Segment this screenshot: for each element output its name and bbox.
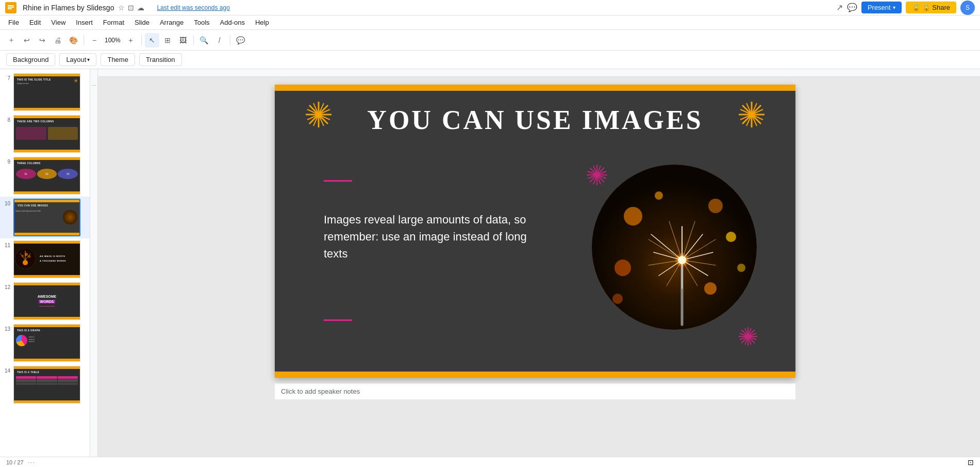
canvas-area: │	[90, 69, 980, 457]
menu-insert[interactable]: Insert	[72, 18, 97, 27]
slide-num-14: 14	[3, 368, 10, 374]
slide-num-9: 9	[3, 159, 10, 165]
zoom-out-button[interactable]: −	[87, 33, 102, 47]
slide-item-9[interactable]: 9 THREE COLUMNS 01 02 03	[0, 155, 90, 197]
slide-title[interactable]: YOU CAN USE IMAGES	[337, 105, 734, 135]
toolbar: ＋ ↩ ↪ 🖨 🎨 − 100% + ↖ ⊞ 🖼 🔍 / 💬	[0, 30, 980, 51]
menu-edit[interactable]: Edit	[25, 18, 45, 27]
svg-point-5	[23, 260, 28, 265]
menu-tools[interactable]: Tools	[190, 18, 213, 27]
toolbar-sep-4	[230, 35, 230, 45]
slide-num-11: 11	[3, 243, 10, 248]
lock-icon: 🔒	[912, 4, 920, 11]
slide-item-12[interactable]: 12 AWESOMEWORDS	[0, 280, 90, 322]
slide-bottom-bar	[275, 372, 795, 378]
layout-button[interactable]: Layout ▾	[59, 53, 96, 66]
svg-point-50	[655, 191, 663, 200]
svg-point-45	[624, 207, 642, 226]
svg-point-46	[708, 199, 723, 213]
comment-tool[interactable]: 💬	[234, 33, 248, 47]
search-tool[interactable]: 🔍	[197, 33, 211, 47]
slide-num-8: 8	[3, 117, 10, 123]
slide-thumb-7: THIS IS THE SLIDE TITLE Sample text here…	[13, 73, 80, 111]
transition-button[interactable]: Transition	[139, 53, 182, 66]
toolbar-sep-2	[141, 35, 142, 45]
title-area: Rhine in Flames by Slidesgo ☆ ⊡ ☁ Last e…	[23, 4, 830, 12]
svg-point-48	[614, 260, 631, 276]
image-tool[interactable]: 🖼	[176, 33, 190, 47]
zoom-fit-button[interactable]: ⊡	[968, 458, 974, 466]
cloud-icon[interactable]: ☁	[137, 4, 144, 12]
share-button[interactable]: 🔒 🔒 Share	[906, 2, 956, 13]
slide-item-8[interactable]: 8 THESE ARE TWO COLUMNS	[0, 113, 90, 155]
speaker-notes[interactable]: Click to add speaker notes	[275, 383, 795, 399]
undo-button[interactable]: ↩	[20, 33, 34, 47]
menu-bar: File Edit View Insert Format Slide Arran…	[0, 15, 980, 30]
menu-view[interactable]: View	[47, 18, 70, 27]
app-icon	[5, 2, 16, 13]
star-left-decoration	[303, 99, 334, 136]
folder-icon[interactable]: ⊡	[128, 4, 134, 12]
slide-indicator: 10 / 27	[6, 459, 24, 465]
document-title: Rhine in Flames by Slidesgo	[23, 4, 114, 12]
select-tool[interactable]: ↖	[145, 33, 159, 47]
slide-thumb-9: THREE COLUMNS 01 02 03	[13, 157, 80, 195]
trending-icon[interactable]: ↗	[836, 3, 843, 12]
slide-body-text[interactable]: Images reveal large amounts of data, so …	[324, 211, 530, 262]
layout-chevron-icon: ▾	[87, 57, 90, 62]
edit-status[interactable]: Last edit was seconds ago	[157, 4, 229, 11]
menu-file[interactable]: File	[4, 18, 23, 27]
layout-tool[interactable]: ⊞	[160, 33, 175, 47]
svg-point-49	[704, 282, 717, 295]
comments-icon[interactable]: 💬	[847, 3, 857, 12]
left-ruler: │	[90, 69, 98, 457]
slide-thumb-14: THIS IS A TABLE	[13, 366, 80, 404]
bottom-bar: 10 / 27 ··· ⊡	[0, 457, 980, 467]
svg-rect-3	[8, 8, 12, 9]
redo-button[interactable]: ↪	[35, 33, 49, 47]
present-button[interactable]: Present ▾	[861, 2, 902, 13]
title-bar: Rhine in Flames by Slidesgo ☆ ⊡ ☁ Last e…	[0, 0, 980, 15]
slide-item-11[interactable]: 11	[0, 238, 90, 280]
svg-point-51	[737, 264, 745, 272]
slide-thumb-8: THESE ARE TWO COLUMNS	[13, 115, 80, 153]
background-button[interactable]: Background	[6, 53, 55, 66]
slide-num-12: 12	[3, 284, 10, 290]
current-slide[interactable]: YOU CAN USE IMAGES	[275, 85, 795, 378]
slide-item-7[interactable]: 7 THIS IS THE SLIDE TITLE Sample text he…	[0, 71, 90, 113]
slide-image-circle[interactable]	[592, 165, 757, 330]
header-right: ↗ 💬 Present ▾ 🔒 🔒 Share S	[836, 1, 975, 15]
svg-point-10	[22, 255, 24, 257]
svg-point-9	[25, 253, 28, 256]
svg-point-52	[612, 294, 623, 304]
share-label: 🔒 Share	[922, 4, 950, 11]
menu-slide[interactable]: Slide	[130, 18, 154, 27]
menu-help[interactable]: Help	[251, 18, 273, 27]
toolbar-sep-1	[84, 35, 84, 45]
add-slide-button[interactable]: ＋	[4, 33, 19, 47]
svg-rect-2	[8, 7, 14, 8]
menu-format[interactable]: Format	[99, 18, 128, 27]
slide-item-14[interactable]: 14 THIS IS A TABLE	[0, 364, 90, 406]
print-button[interactable]: 🖨	[51, 33, 65, 47]
slide-top-bar	[275, 85, 795, 91]
pink-line-top	[324, 180, 352, 182]
slide-container: YOU CAN USE IMAGES	[275, 85, 795, 399]
title-icons: ☆ ⊡ ☁	[118, 4, 144, 12]
zoom-in-button[interactable]: +	[124, 33, 138, 47]
slide-num-13: 13	[3, 326, 10, 332]
slide-thumb-13: THIS IS A GRAPH ■ Item 1■ Item 2■ Item 3	[13, 324, 80, 362]
theme-button[interactable]: Theme	[101, 53, 135, 66]
pink-line-bottom	[324, 319, 352, 321]
star-icon[interactable]: ☆	[118, 4, 125, 12]
menu-addons[interactable]: Add-ons	[216, 18, 249, 27]
slide-num-7: 7	[3, 75, 10, 81]
present-chevron-icon: ▾	[893, 5, 895, 10]
menu-arrange[interactable]: Arrange	[156, 18, 188, 27]
bottom-dots: ···	[28, 459, 36, 465]
line-tool[interactable]: /	[212, 33, 227, 47]
paint-format-button[interactable]: 🎨	[66, 33, 80, 47]
slide-item-10[interactable]: 10 YOU CAN USE IMAGES Images reveal larg…	[0, 197, 90, 238]
slide-item-13[interactable]: 13 THIS IS A GRAPH ■ Item 1■ Item 2■ Ite…	[0, 322, 90, 364]
avatar[interactable]: S	[960, 1, 975, 15]
